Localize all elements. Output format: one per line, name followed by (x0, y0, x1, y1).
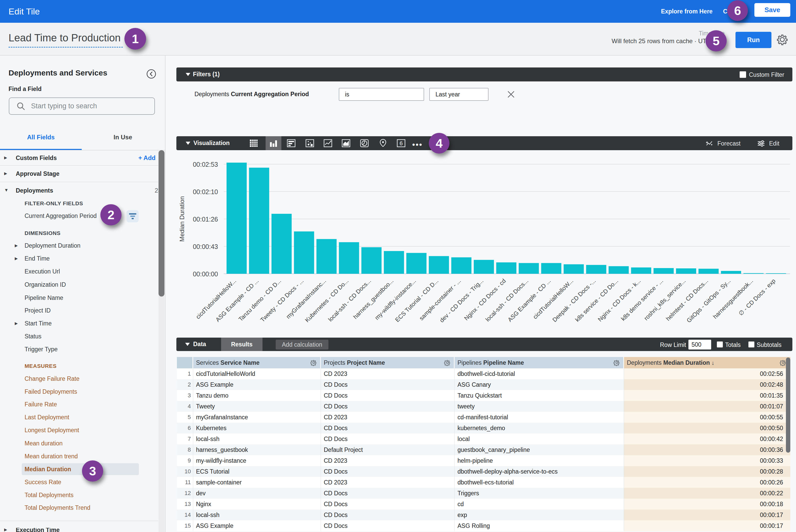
svg-text:6: 6 (400, 140, 403, 147)
svg-text:k8s service - CD Do...: k8s service - CD Do... (574, 278, 619, 323)
svg-text:local-ssh - CD Docs...: local-ssh - CD Docs... (484, 278, 530, 323)
svg-text:Median Duration: Median Duration (179, 196, 185, 242)
svg-text:00:02:10: 00:02:10 (193, 188, 218, 195)
svg-text:k8s demo service - ...: k8s demo service - ... (619, 278, 664, 322)
svg-text:harness_guestboo...: harness_guestboo... (352, 278, 395, 320)
svg-text:ASG Example - CD ...: ASG Example - CD ... (506, 278, 552, 323)
svg-text:harnessguestbook...: harnessguestbook... (712, 278, 754, 320)
svg-text:ECS Tutorial - CD D...: ECS Tutorial - CD D... (394, 278, 440, 323)
svg-text:Nginx - CD Docs - k...: Nginx - CD Docs - k... (597, 278, 642, 323)
svg-text:Deepak - CD Docs -...: Deepak - CD Docs -... (551, 278, 597, 323)
svg-text:00:01:26: 00:01:26 (193, 215, 218, 223)
svg-text:ASG Example - CD ...: ASG Example - CD ... (214, 278, 260, 323)
svg-text:sample-container - ...: sample-container - ... (418, 278, 462, 322)
svg-text:cicdTutorialHelloW...: cicdTutorialHelloW... (195, 278, 237, 320)
svg-text:myGrafanaInstanc...: myGrafanaInstanc... (285, 278, 328, 320)
svg-text:00:00:43: 00:00:43 (193, 243, 218, 250)
svg-text:helmtest - CD Docs...: helmtest - CD Docs... (665, 278, 709, 322)
svg-text:00:02:53: 00:02:53 (193, 161, 218, 168)
svg-text:roshni_k8s_service...: roshni_k8s_service... (643, 278, 687, 322)
svg-text:Tweety - CD Docs - ...: Tweety - CD Docs - ... (259, 278, 304, 323)
svg-text:my-wildfly-instance...: my-wildfly-instance... (373, 278, 417, 321)
svg-text:Tanzu demo - CD D...: Tanzu demo - CD D... (237, 278, 282, 323)
svg-text:dev - CD Docs - Trig...: dev - CD Docs - Trig... (438, 278, 485, 324)
svg-text:GitOps - GitOps - Sy...: GitOps - GitOps - Sy... (685, 278, 732, 324)
svg-text:cicdTutorialHelloW...: cicdTutorialHelloW... (532, 278, 575, 320)
svg-text:Nginx - CD Docs - cd: Nginx - CD Docs - cd (463, 278, 507, 322)
svg-text:local-ssh - CD Docs...: local-ssh - CD Docs... (327, 278, 372, 323)
svg-text:00:00:00: 00:00:00 (193, 270, 218, 278)
svg-text:Kubernetes - CD Do...: Kubernetes - CD Do... (303, 278, 350, 323)
svg-text:∅ - CD Docs - exp: ∅ - CD Docs - exp (737, 278, 777, 317)
